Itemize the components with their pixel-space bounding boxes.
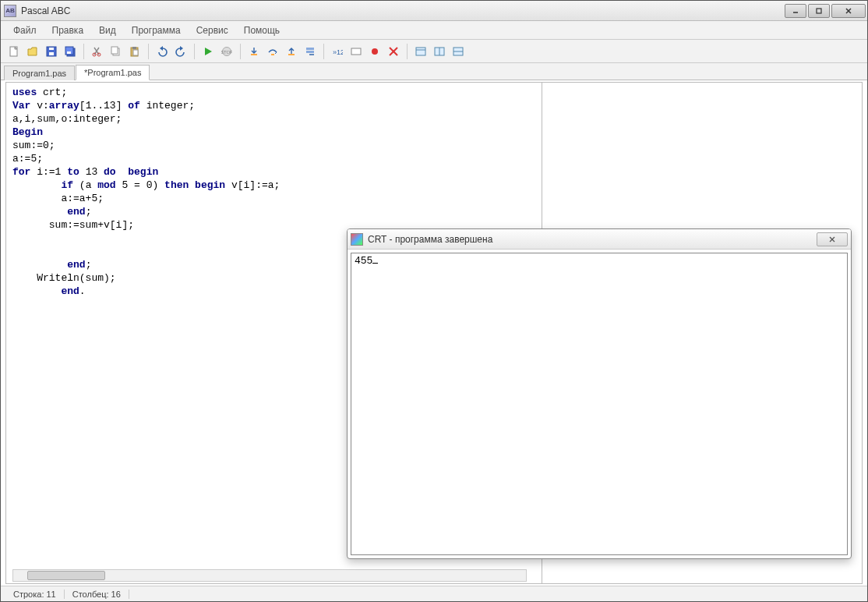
copy-icon[interactable] <box>108 43 125 60</box>
toolbar: STOP»123 <box>1 40 867 63</box>
menu-item-помощь[interactable]: Помощь <box>238 22 286 39</box>
close-button[interactable] <box>831 4 866 18</box>
menu-item-файл[interactable]: Файл <box>7 22 43 39</box>
breakpoint-icon[interactable] <box>366 43 383 60</box>
svg-rect-6 <box>49 52 54 55</box>
maximize-button[interactable] <box>808 4 830 18</box>
tab[interactable]: Program1.pas <box>4 66 75 80</box>
cursor-icon <box>372 263 378 264</box>
menu-item-вид[interactable]: Вид <box>93 22 122 39</box>
statusbar: Строка: 11 Столбец: 16 <box>1 586 867 601</box>
toolbar-separator <box>194 44 195 59</box>
horizontal-scrollbar[interactable] <box>12 569 527 582</box>
window3-icon[interactable] <box>450 43 467 60</box>
svg-rect-20 <box>251 54 257 55</box>
run-to-cursor-icon[interactable] <box>302 43 319 60</box>
svg-text:»123: »123 <box>333 48 343 56</box>
window2-icon[interactable] <box>431 43 448 60</box>
titlebar: AB Pascal ABC <box>1 1 867 21</box>
run-icon[interactable] <box>199 43 217 60</box>
scrollbar-thumb[interactable] <box>27 571 105 580</box>
menu-item-правка[interactable]: Правка <box>46 22 90 39</box>
toolbar-separator <box>407 44 408 59</box>
cut-icon[interactable] <box>89 43 106 60</box>
menubar: ФайлПравкаВидПрограммаСервисПомощь <box>1 21 867 40</box>
undo-icon[interactable] <box>153 43 171 60</box>
crt-icon <box>351 233 363 246</box>
crt-titlebar[interactable]: CRT - программа завершена <box>348 229 851 250</box>
redo-icon[interactable] <box>172 43 189 60</box>
window1-icon[interactable] <box>412 43 429 60</box>
step-over-icon[interactable] <box>264 43 281 60</box>
menu-item-программа[interactable]: Программа <box>125 22 187 39</box>
crt-output-text: 455 <box>355 255 372 267</box>
tab-strip: Program1.pas*Program1.pas <box>1 63 867 80</box>
svg-rect-14 <box>111 47 118 54</box>
status-line: Строка: 11 <box>5 590 65 599</box>
clear-breakpoints-icon[interactable] <box>385 43 402 60</box>
svg-rect-16 <box>132 47 136 49</box>
svg-rect-21 <box>271 54 274 55</box>
app-icon: AB <box>4 5 16 17</box>
save-all-icon[interactable] <box>62 43 79 60</box>
crt-close-button[interactable] <box>817 232 848 246</box>
svg-text:STOP: STOP <box>221 50 232 55</box>
toolbar-separator <box>148 44 149 59</box>
crt-title: CRT - программа завершена <box>368 234 492 245</box>
svg-rect-22 <box>288 54 295 55</box>
svg-rect-30 <box>416 48 425 55</box>
trace-icon[interactable]: »123 <box>329 43 346 60</box>
toolbar-separator <box>240 44 241 59</box>
menu-item-сервис[interactable]: Сервис <box>190 22 235 39</box>
crt-output: 455 <box>351 253 848 555</box>
toolbar-separator <box>323 44 324 59</box>
open-icon[interactable] <box>24 43 41 60</box>
svg-rect-24 <box>306 51 314 53</box>
svg-rect-23 <box>306 48 314 50</box>
paste-icon[interactable] <box>126 43 143 60</box>
crt-window: CRT - программа завершена 455 <box>347 228 852 559</box>
step-out-icon[interactable] <box>283 43 300 60</box>
svg-rect-7 <box>49 48 54 50</box>
toolbar-separator <box>83 44 84 59</box>
svg-rect-1 <box>817 9 821 13</box>
save-icon[interactable] <box>43 43 60 60</box>
window-title: Pascal ABC <box>21 5 70 16</box>
watch-icon[interactable] <box>348 43 365 60</box>
svg-rect-10 <box>67 51 71 54</box>
svg-rect-17 <box>133 50 138 55</box>
svg-rect-26 <box>351 48 361 55</box>
stop-icon[interactable]: STOP <box>218 43 235 60</box>
svg-point-27 <box>372 48 378 55</box>
new-file-icon[interactable] <box>5 43 23 60</box>
minimize-button[interactable] <box>785 4 806 18</box>
status-column: Столбец: 16 <box>65 590 129 599</box>
step-into-icon[interactable] <box>245 43 263 60</box>
tab[interactable]: *Program1.pas <box>76 65 150 80</box>
